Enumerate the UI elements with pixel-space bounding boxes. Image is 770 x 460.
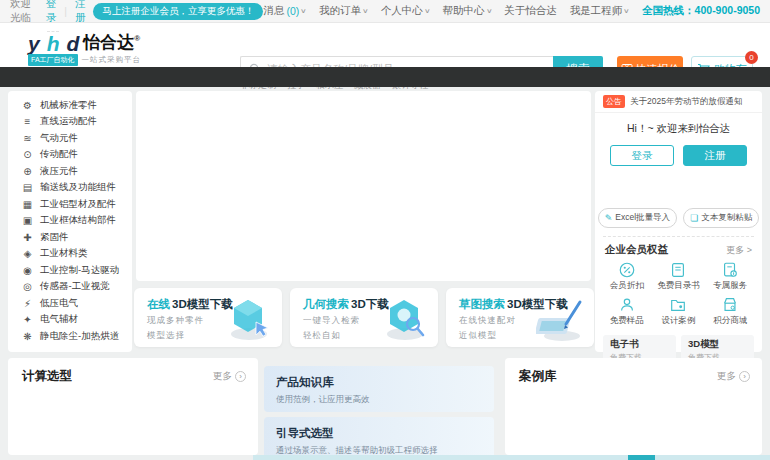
sidebar-item-aluminum-profile[interactable]: ▦工业铝型材及配件 bbox=[8, 196, 132, 213]
benefit-free-sample[interactable]: 免费样品 bbox=[601, 296, 653, 327]
pneumatic-icon: ≋ bbox=[21, 133, 34, 144]
site-logo[interactable]: yhd 怡合达® FA工厂自动化 一站式采购平台 bbox=[28, 29, 208, 66]
sidebar-item-low-voltage[interactable]: ⚡低压电气 bbox=[8, 295, 132, 312]
sidebar-item-pneumatic[interactable]: ≋气动元件 bbox=[8, 130, 132, 147]
benefit-member-discount[interactable]: 会员折扣 bbox=[601, 261, 653, 292]
points-mall-icon bbox=[721, 296, 739, 314]
sidebar-item-linear-motion[interactable]: ≡直线运动配件 bbox=[8, 114, 132, 131]
arrow-right-icon: › bbox=[739, 371, 750, 382]
chevron-down-icon: ∨ bbox=[623, 7, 630, 15]
menu-help-center[interactable]: 帮助中心 ∨ bbox=[443, 4, 492, 18]
panel-login-button[interactable]: 登录 bbox=[610, 145, 674, 166]
sidebar-item-electrical-aux[interactable]: ✦电气辅材 bbox=[8, 312, 132, 329]
panel-register-button[interactable]: 注册 bbox=[683, 145, 747, 166]
site-header: yhd 怡合达® FA工厂自动化 一站式采购平台 搜索 ¥ 快速报价 购物车 0… bbox=[0, 23, 770, 67]
benefits-grid: 会员折扣 免费目录书 专属服务 免费样品 设计案例 积分商城 bbox=[595, 259, 762, 329]
hex-magnifier-icon bbox=[380, 296, 432, 344]
free-sample-icon bbox=[618, 296, 636, 314]
case-library-card: 案例库 更多› bbox=[505, 358, 762, 455]
case-library-title: 案例库 bbox=[519, 368, 557, 385]
sidebar-item-frame-structure[interactable]: ▣工业框体结构部件 bbox=[8, 213, 132, 230]
horizontal-scrollbar[interactable] bbox=[253, 455, 770, 460]
calc-selection-title: 计算选型 bbox=[22, 368, 72, 385]
menu-messages[interactable]: 消息 (0) ∨ bbox=[263, 4, 306, 18]
fastener-icon: ✚ bbox=[21, 232, 34, 243]
low-voltage-icon: ⚡ bbox=[21, 298, 34, 309]
benefit-design-case[interactable]: 设计案例 bbox=[653, 296, 705, 327]
excel-batch-import-button[interactable]: ✎Excel批量导入 bbox=[598, 208, 677, 228]
menu-my-orders[interactable]: 我的订单 ∨ bbox=[319, 4, 368, 18]
menu-personal-center[interactable]: 个人中心 ∨ bbox=[381, 4, 430, 18]
cart-count-badge: 0 bbox=[745, 51, 758, 64]
category-sidebar: ⚙机械标准零件 ≡直线运动配件 ≋气动元件 ⊙传动配件 ⊕液压元件 ▤输送线及功… bbox=[8, 91, 132, 352]
calc-selection-card: 计算选型 更多› bbox=[8, 358, 258, 455]
sidebar-item-transmission[interactable]: ⊙传动配件 bbox=[8, 147, 132, 164]
registered-mark: ® bbox=[134, 34, 140, 43]
pencil-icon: ✎ bbox=[605, 213, 613, 223]
material-icon: ◈ bbox=[21, 248, 34, 259]
main-banner[interactable] bbox=[136, 91, 591, 281]
promo-card-geometry-search[interactable]: 几何搜索3D下载 一键导入检索 轻松自如 bbox=[290, 288, 438, 347]
notice-text: 关于2025年劳动节的放假通知 bbox=[630, 96, 742, 108]
linear-motion-icon: ≡ bbox=[21, 116, 34, 127]
benefit-points-mall[interactable]: 积分商城 bbox=[704, 296, 756, 327]
gear-icon: ⚙ bbox=[21, 100, 34, 111]
hydraulic-icon: ⊕ bbox=[21, 166, 34, 177]
conveyor-icon: ▤ bbox=[21, 182, 34, 193]
free-catalog-icon bbox=[669, 261, 687, 279]
benefit-free-catalog[interactable]: 免费目录书 bbox=[653, 261, 705, 292]
text-copy-paste-button[interactable]: ❏文本复制粘贴 bbox=[683, 208, 759, 228]
aluminum-profile-icon: ▦ bbox=[21, 199, 34, 210]
user-panel: 公告 关于2025年劳动节的放假通知 Hi！~ 欢迎来到怡合达 登录 注册 ✎E… bbox=[595, 91, 762, 352]
chevron-down-icon: ∨ bbox=[300, 7, 307, 15]
sidebar-item-static-heating[interactable]: ❋静电除尘-加热烘道 bbox=[8, 328, 132, 345]
logo-mark: yhd bbox=[28, 34, 78, 53]
hotline-number: 400-900-9050 bbox=[695, 4, 760, 16]
member-discount-icon bbox=[618, 261, 636, 279]
menu-about[interactable]: 关于怡合达 bbox=[504, 4, 557, 18]
sidebar-item-sensor-vision[interactable]: ◎传感器-工业视觉 bbox=[8, 279, 132, 296]
guided-selection-card[interactable]: 引导式选型 通过场景示意、描述等帮助初级工程师选择 合适产品 bbox=[264, 417, 494, 458]
logo-tagline-chip: FA工厂自动化 bbox=[28, 54, 78, 66]
benefit-exclusive-service[interactable]: 专属服务 bbox=[704, 261, 756, 292]
menu-engineer[interactable]: 我是工程师 ∨ bbox=[570, 4, 629, 18]
register-link[interactable]: 注册 bbox=[75, 0, 86, 25]
sketch-pen-icon bbox=[536, 296, 588, 344]
arrow-right-icon: › bbox=[235, 371, 246, 382]
frame-structure-icon: ▣ bbox=[21, 215, 34, 226]
sidebar-item-machine-parts[interactable]: ⚙机械标准零件 bbox=[8, 97, 132, 114]
benefits-more-link[interactable]: 更多 > bbox=[726, 244, 752, 257]
calc-more-link[interactable]: 更多› bbox=[213, 370, 246, 383]
chevron-down-icon: ∨ bbox=[424, 7, 431, 15]
sidebar-item-conveyor[interactable]: ▤输送线及功能组件 bbox=[8, 180, 132, 197]
clipboard-icon: ❏ bbox=[690, 213, 698, 223]
message-count: (0) bbox=[286, 5, 299, 17]
chevron-down-icon: ∨ bbox=[362, 7, 369, 15]
login-link[interactable]: 登录 bbox=[46, 0, 57, 25]
benefits-title: 企业会员权益 bbox=[605, 243, 668, 257]
design-case-icon bbox=[669, 296, 687, 314]
static-heating-icon: ❋ bbox=[21, 331, 34, 342]
notice-tag: 公告 bbox=[603, 95, 625, 108]
promo-card-sketch-search[interactable]: 草图搜索3D模型下载 在线快速配对 近似模型 bbox=[446, 288, 594, 347]
notice-bar[interactable]: 公告 关于2025年劳动节的放假通知 bbox=[595, 91, 762, 113]
top-utility-bar: 您好！欢迎光临怡合达 登录 | 注册 马上注册企业会员，立享更多优惠！ 消息 (… bbox=[0, 0, 770, 23]
exclusive-service-icon bbox=[721, 261, 739, 279]
chevron-down-icon: ∨ bbox=[486, 7, 493, 15]
sidebar-item-materials[interactable]: ◈工业材料类 bbox=[8, 246, 132, 263]
cube-cursor-icon bbox=[224, 296, 276, 344]
sidebar-item-motor-drive[interactable]: ◉工业控制-马达驱动 bbox=[8, 262, 132, 279]
sidebar-item-fastener[interactable]: ✚紧固件 bbox=[8, 229, 132, 246]
electrical-aux-icon: ✦ bbox=[21, 314, 34, 325]
sensor-vision-icon: ◎ bbox=[21, 281, 34, 292]
cases-more-link[interactable]: 更多› bbox=[717, 370, 750, 383]
enterprise-member-promo-badge[interactable]: 马上注册企业会员，立享更多优惠！ bbox=[93, 3, 263, 20]
main-nav-bar[interactable] bbox=[0, 67, 770, 87]
scrollbar-thumb[interactable] bbox=[628, 455, 655, 460]
promo-card-online-3d-download[interactable]: 在线3D模型下载 现成多种零件 模型选择 bbox=[134, 288, 282, 347]
product-knowledge-card[interactable]: 产品知识库 使用范例，让应用更高效 bbox=[264, 366, 494, 412]
logo-tagline: 一站式采购平台 bbox=[82, 55, 142, 65]
service-hotline: 全国热线：400-900-9050 bbox=[642, 4, 760, 18]
brand-name: 怡合达® bbox=[83, 29, 140, 53]
sidebar-item-hydraulic[interactable]: ⊕液压元件 bbox=[8, 163, 132, 180]
